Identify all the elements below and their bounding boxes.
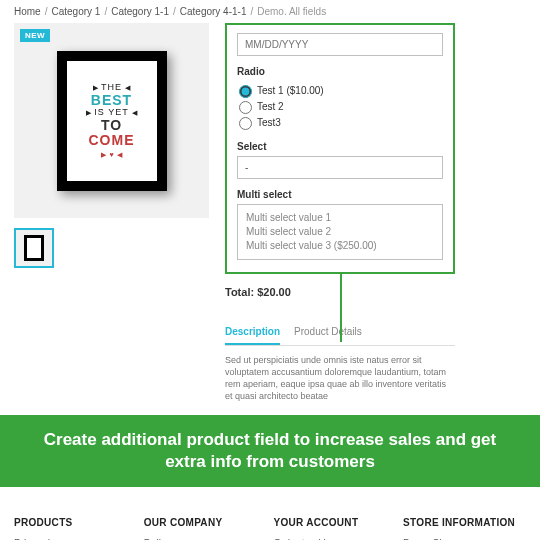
breadcrumb-item[interactable]: Category 4-1-1 — [180, 6, 247, 17]
multiselect-option[interactable]: Multi select value 1 — [246, 211, 434, 225]
tab-product-details[interactable]: Product Details — [294, 320, 362, 345]
extra-fields-panel: Radio Test 1 ($10.00) Test 2 Test3 Selec… — [225, 23, 455, 274]
multiselect-label: Multi select — [237, 189, 443, 200]
footer-link[interactable]: Delivery — [144, 536, 267, 540]
breadcrumb-current: Demo. All fields — [257, 6, 326, 17]
breadcrumb: Home/ Category 1/ Category 1-1/ Category… — [0, 0, 540, 23]
radio-option[interactable]: Test 1 ($10.00) — [239, 83, 443, 99]
breadcrumb-item[interactable]: Category 1 — [51, 6, 100, 17]
product-thumbnail[interactable] — [14, 228, 54, 268]
footer: PRODUCTS Prices drop New products Best s… — [0, 487, 540, 540]
radio-input[interactable] — [239, 85, 252, 98]
radio-input[interactable] — [239, 117, 252, 130]
breadcrumb-item[interactable]: Category 1-1 — [111, 6, 169, 17]
radio-label: Radio — [237, 66, 443, 77]
footer-heading: OUR COMPANY — [144, 517, 267, 528]
store-name: Demo Shop — [403, 536, 526, 540]
multiselect-option[interactable]: Multi select value 2 — [246, 225, 434, 239]
multiselect-option[interactable]: Multi select value 3 ($250.00) — [246, 239, 434, 253]
footer-heading: YOUR ACCOUNT — [273, 517, 396, 528]
multiselect-input[interactable]: Multi select value 1 Multi select value … — [237, 204, 443, 260]
breadcrumb-sep: / — [104, 6, 107, 17]
new-badge: NEW — [20, 29, 50, 42]
poster-frame: ▶THE◀ BEST ▶IS YET◀ TO COME ▶♥◀ — [57, 51, 167, 191]
breadcrumb-item[interactable]: Home — [14, 6, 41, 17]
radio-option[interactable]: Test3 — [239, 115, 443, 131]
product-gallery: NEW ▶THE◀ BEST ▶IS YET◀ TO COME ▶♥◀ — [14, 23, 209, 403]
radio-input[interactable] — [239, 101, 252, 114]
breadcrumb-sep: / — [173, 6, 176, 17]
select-input[interactable]: - — [237, 156, 443, 179]
breadcrumb-sep: / — [250, 6, 253, 17]
date-input[interactable] — [237, 33, 443, 56]
tab-description[interactable]: Description — [225, 320, 280, 345]
description-text: Sed ut perspiciatis unde omnis iste natu… — [225, 354, 455, 403]
product-main-image[interactable]: NEW ▶THE◀ BEST ▶IS YET◀ TO COME ▶♥◀ — [14, 23, 209, 218]
select-label: Select — [237, 141, 443, 152]
footer-heading: STORE INFORMATION — [403, 517, 526, 528]
footer-link[interactable]: Prices drop — [14, 536, 137, 540]
footer-link[interactable]: Order tracking — [273, 536, 396, 540]
promo-banner: Create additional product field to incre… — [0, 415, 540, 487]
footer-heading: PRODUCTS — [14, 517, 137, 528]
radio-option[interactable]: Test 2 — [239, 99, 443, 115]
breadcrumb-sep: / — [45, 6, 48, 17]
